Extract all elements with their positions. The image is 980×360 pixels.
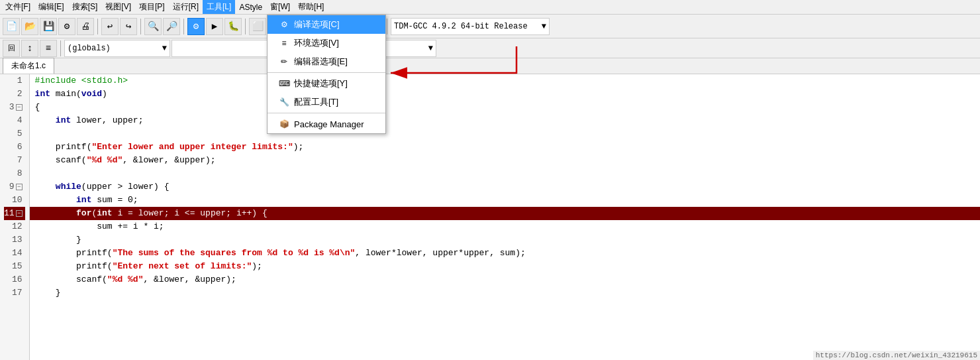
sep2: [140, 19, 141, 34]
tools-dropdown-menu: ⚙ 编译选项[C] ≡ 环境选项[V] ✏ 编辑器选项[E] ⌨ 快捷键选项[Y…: [267, 15, 386, 134]
redo-btn[interactable]: ↪: [120, 18, 137, 35]
menu-item-shortcut-options[interactable]: ⌨ 快捷键选项[Y]: [268, 74, 385, 93]
config-tools-icon: 🔧: [278, 96, 290, 108]
menu-project[interactable]: 项目[P]: [135, 0, 169, 14]
code-line-14: printf("The sums of the squares from %d …: [30, 247, 980, 260]
code-for-rest: i = lower; i <= upper; i++) {: [113, 207, 268, 220]
fold-3-icon[interactable]: −: [16, 104, 23, 111]
ln-3: 3−: [4, 101, 25, 114]
code-indent6: [35, 141, 56, 154]
compile-btn[interactable]: ⚙: [187, 18, 205, 35]
debug-btn[interactable]: 🐛: [224, 18, 242, 35]
menu-file[interactable]: 文件[F]: [1, 0, 34, 14]
code-sum-op: sum += i * i;: [97, 220, 164, 233]
ln-4: 4: [4, 114, 25, 127]
ln-2: 2: [4, 88, 25, 101]
code-indent13: [35, 233, 76, 247]
code-scanf16-rest: , &lower, &upper);: [143, 273, 236, 286]
ln-1: 1: [4, 74, 25, 88]
menu-item-compile-options[interactable]: ⚙ 编译选项[C]: [268, 15, 385, 34]
save-btn[interactable]: 💾: [40, 18, 57, 35]
layout1-btn[interactable]: ⬜: [249, 18, 266, 35]
code-main-close: ): [102, 88, 107, 101]
compiler-label: TDM-GCC 4.9.2 64-bit Release: [394, 22, 528, 31]
settings-btn[interactable]: ⚙: [58, 18, 75, 35]
fold-9-icon[interactable]: −: [16, 184, 23, 190]
code-line-10: int sum = 0;: [30, 194, 980, 207]
compile-options-label: 编译选项[C]: [294, 19, 340, 30]
menu-item-package-manager[interactable]: 📦 Package Manager: [268, 115, 385, 133]
code-brace13: }: [76, 233, 81, 247]
shortcut-options-label: 快捷键选项[Y]: [294, 78, 348, 90]
globals-label: (globals): [68, 44, 111, 53]
editor-options-label: 编辑器选项[E]: [294, 56, 348, 68]
menu-tools[interactable]: 工具[L]: [203, 0, 235, 14]
menu-search[interactable]: 搜索[S]: [68, 0, 102, 14]
url-bar: https://blog.csdn.net/weixin_43219615: [813, 351, 980, 360]
tab-file[interactable]: 未命名1.c: [3, 58, 54, 74]
menu-item-editor-options[interactable]: ✏ 编辑器选项[E]: [268, 52, 385, 71]
menu-help[interactable]: 帮助[H]: [294, 0, 328, 14]
menu-edit[interactable]: 编辑[E]: [34, 0, 68, 14]
code-include: #include <stdio.h>: [35, 74, 128, 88]
menu-astyle[interactable]: AStyle: [235, 1, 266, 13]
undo-btn[interactable]: ↩: [101, 18, 119, 35]
code-int-kw2: int: [56, 114, 71, 127]
code-line-2: int main(void): [30, 88, 980, 101]
menu-window[interactable]: 窗[W]: [266, 0, 294, 14]
code-indent9: [35, 180, 56, 194]
package-manager-icon: 📦: [278, 118, 290, 130]
code-for-open: (: [91, 207, 97, 220]
run-btn[interactable]: ▶: [206, 18, 223, 35]
code-indent17: [35, 286, 56, 300]
code-printf6-close: );: [293, 141, 304, 154]
config-tools-label: 配置工具[T]: [294, 96, 338, 108]
fold-11-icon[interactable]: −: [16, 210, 23, 217]
code-line-13: }: [30, 233, 980, 247]
code-indent11: [35, 207, 76, 220]
replace-btn[interactable]: 🔎: [163, 18, 180, 35]
code-line-4: int lower, upper;: [30, 114, 980, 127]
menu-run[interactable]: 运行[R]: [169, 0, 203, 14]
ln-15: 15: [4, 260, 25, 273]
ln-16: 16: [4, 273, 25, 286]
menu-item-config-tools[interactable]: 🔧 配置工具[T]: [268, 93, 385, 111]
code-brace-open: {: [35, 101, 40, 114]
code-int-kw4: int: [97, 207, 112, 220]
main-toolbar: 📄 📂 💾 ⚙ 🖨 ↩ ↪ 🔍 🔎 ⚙ ▶ 🐛 ⬜ ⊞ ⊟ ✔ ✖ 📊 🔧 TD…: [0, 15, 980, 38]
code-line-9: while(upper > lower) {: [30, 180, 980, 194]
ln-6: 6: [4, 141, 25, 154]
code-str6: "Enter lower and upper integer limits:": [91, 141, 293, 154]
sep-d1: [268, 72, 385, 73]
code-for-kw: for: [76, 207, 91, 220]
ln-13: 13: [4, 233, 25, 247]
ln-8: 8: [4, 167, 25, 180]
code-str14: "The sums of the squares from %d to %d i…: [113, 247, 356, 260]
code-line-1: #include <stdio.h>: [30, 74, 980, 88]
globals-dropdown[interactable]: (globals) ▼: [64, 40, 170, 57]
tb2-btn3[interactable]: ≡: [40, 40, 57, 57]
code-indent7: [35, 154, 56, 167]
package-manager-label: Package Manager: [294, 119, 364, 129]
find-btn[interactable]: 🔍: [144, 18, 162, 35]
sep6: [387, 19, 387, 34]
dropdown-arrow-icon: ▼: [542, 22, 546, 31]
second-dropdown2-arrow-icon: ▼: [428, 44, 433, 53]
code-line-11: for(int i = lower; i <= upper; i++) {: [30, 207, 980, 220]
tb2-btn1[interactable]: 回: [3, 40, 20, 57]
code-printf15-close: );: [252, 260, 262, 273]
menu-item-env-options[interactable]: ≡ 环境选项[V]: [268, 34, 385, 52]
new-btn[interactable]: 📄: [3, 18, 20, 35]
print-btn[interactable]: 🖨: [77, 18, 94, 35]
tb2-btn2[interactable]: ↕: [21, 40, 38, 57]
code-area[interactable]: #include <stdio.h> int main(void) { int …: [30, 74, 980, 360]
menubar: 文件[F] 编辑[E] 搜索[S] 视图[V] 项目[P] 运行[R] 工具[L…: [0, 0, 980, 15]
code-scanf16: scanf(: [76, 273, 107, 286]
tabbar: 未命名1.c: [0, 58, 980, 74]
code-main: main(: [50, 88, 81, 101]
compiler-dropdown[interactable]: TDM-GCC 4.9.2 64-bit Release ▼: [391, 18, 550, 35]
open-btn[interactable]: 📂: [21, 18, 38, 35]
sep7: [60, 40, 61, 56]
menu-view[interactable]: 视图[V]: [101, 0, 135, 14]
code-vars: lower, upper;: [71, 114, 143, 127]
